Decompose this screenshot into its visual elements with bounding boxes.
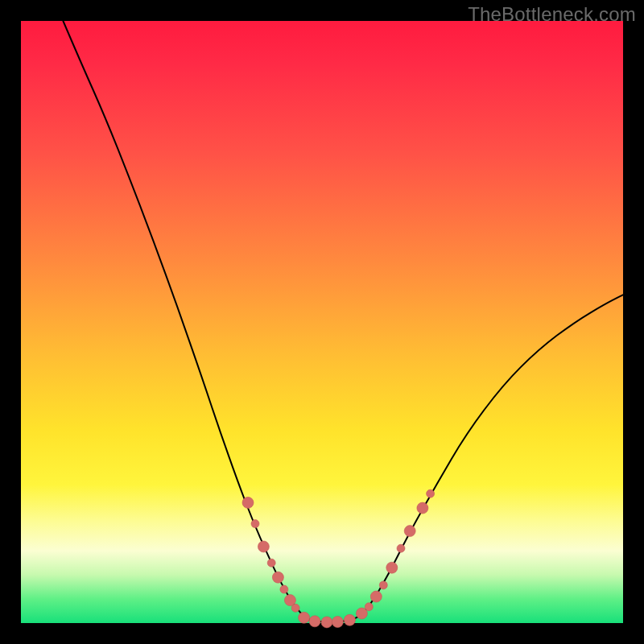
data-marker (344, 614, 355, 625)
data-marker (370, 591, 382, 602)
data-marker (417, 502, 428, 514)
data-marker (379, 581, 387, 589)
data-marker (386, 562, 398, 573)
data-marker (404, 526, 415, 537)
watermark-text: TheBottleneck.com (468, 3, 636, 26)
data-marker (321, 617, 332, 628)
data-marker (242, 497, 254, 508)
chart-plot-area (21, 21, 623, 623)
data-marker (251, 520, 259, 528)
chart-svg (21, 21, 623, 623)
data-marker (332, 617, 343, 628)
data-marker (427, 489, 435, 497)
data-marker (272, 572, 283, 583)
data-marker (258, 541, 269, 552)
data-marker (291, 604, 299, 612)
data-marker (299, 612, 310, 623)
data-marker (280, 585, 288, 593)
bottleneck-curve (63, 21, 623, 622)
data-marker (397, 544, 405, 552)
data-marker (267, 559, 275, 567)
data-marker (309, 616, 320, 627)
chart-frame: TheBottleneck.com (0, 0, 644, 644)
data-marker (365, 603, 373, 611)
marker-layer (242, 489, 435, 628)
